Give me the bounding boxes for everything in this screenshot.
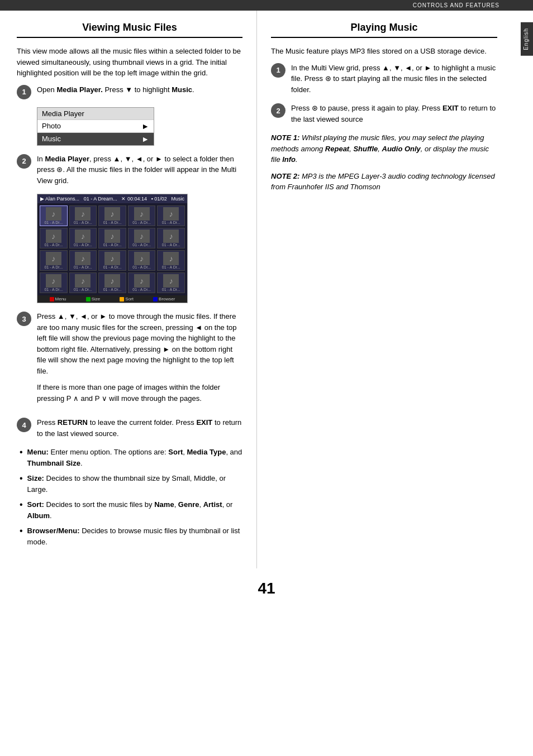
right-section-title: Playing Music [271, 22, 497, 38]
step3-para2: If there is more than one page of images… [37, 382, 242, 404]
photo-arrow: ► [141, 122, 149, 131]
bullet-sort: • Sort: Decides to sort the music files … [17, 499, 242, 521]
main-content: Viewing Music Files This view mode allow… [0, 11, 533, 568]
footer-sort: Sort [120, 296, 134, 302]
media-player-menu-box: Media Player Photo ► Music ► [37, 107, 154, 146]
music-cell-5: ♪01 - A Dr... [40, 228, 68, 248]
music-icon-18: ♪ [134, 274, 150, 288]
music-cell-14: ♪01 - A Dr... [157, 250, 185, 271]
right-step-2: 2 Press ⊛ to pause, press it again to pl… [271, 103, 497, 125]
bullet-text-3: Sort: Decides to sort the music files by… [27, 499, 242, 521]
note-2: NOTE 2: MP3 is the MPEG Layer-3 audio co… [271, 171, 497, 193]
browser-color-icon [153, 297, 158, 302]
music-icon-12: ♪ [104, 252, 120, 265]
grid-count: ▪ 01/02 [151, 196, 167, 202]
note1-label: NOTE 1: [271, 133, 299, 142]
bullet-dot-4: • [20, 527, 23, 535]
music-cell-12: ♪01 - A Dr... [98, 250, 126, 271]
sort-color-icon [120, 297, 124, 302]
bullet-text-1: Menu: Enter menu option. The options are… [27, 447, 242, 468]
footer-menu: Menu [50, 296, 66, 302]
step-3-content: Press ▲, ▼, ◄, or ► to move through the … [37, 311, 242, 409]
music-icon-7: ♪ [104, 229, 120, 243]
step-number-4: 4 [17, 418, 31, 432]
music-cell-3: ♪01 - A Dr... [128, 205, 156, 226]
step4-exit: EXIT [196, 418, 212, 427]
music-icon-1: ♪ [75, 207, 91, 221]
bullet-text-2: Size: Decides to show the thumbnail size… [27, 473, 242, 495]
right-column: Playing Music The Music feature plays MP… [257, 11, 520, 568]
music-cell-15: ♪01 - A Dr... [40, 272, 68, 293]
music-cell-2: ♪01 - A Dr... [98, 205, 126, 226]
footer-size: Size [86, 296, 101, 302]
music-icon-15: ♪ [46, 274, 61, 288]
menu-row-music: Music ► [37, 132, 154, 145]
bullet-browser: • Browser/Menu: Decides to browse music … [17, 525, 242, 547]
footer-browser: Browser [153, 296, 175, 302]
bullet-dot-2: • [20, 474, 23, 483]
music-icon-19: ♪ [163, 274, 179, 288]
right-step-1: 1 In the Multi View grid, press ▲, ▼, ◄,… [271, 63, 497, 95]
right-step-number-1: 1 [271, 63, 285, 78]
music-icon-14: ♪ [163, 252, 179, 265]
left-section-title: Viewing Music Files [17, 22, 242, 38]
music-cell-0: ♪01 - A Dr... [40, 205, 68, 226]
step-number-2: 2 [17, 154, 31, 169]
step-1-content: Open Media Player. Press ▼ to highlight … [37, 84, 242, 95]
grid-track: 01 - A Dream... [84, 196, 117, 202]
music-icon-17: ♪ [104, 274, 120, 288]
music-icon-3: ♪ [134, 207, 150, 221]
bullet-size: • Size: Decides to show the thumbnail si… [17, 473, 242, 495]
music-grid-header: ▶ Alan Parsons... 01 - A Dream... ✕ 00:0… [37, 194, 187, 203]
bullet-dot-3: • [20, 500, 23, 509]
right-step-1-content: In the Multi View grid, press ▲, ▼, ◄, o… [291, 63, 497, 95]
right-step-2-content: Press ⊛ to pause, press it again to play… [291, 103, 497, 125]
music-grid-body: ♪01 - A Dr... ♪01 - A Dr... ♪01 - A Dr..… [37, 203, 187, 295]
music-arrow: ► [141, 135, 149, 143]
right-intro: The Music feature plays MP3 files stored… [271, 46, 497, 57]
bullet-dot-1: • [20, 448, 23, 457]
grid-label: Music [171, 196, 184, 202]
menu-color-icon [50, 297, 54, 302]
music-icon-10: ♪ [46, 252, 61, 265]
bullet-menu: • Menu: Enter menu option. The options a… [17, 447, 242, 468]
step-2: 2 In Media Player, press ▲, ▼, ◄, or ► t… [17, 154, 242, 186]
step1-bold1: Media Player. [56, 85, 102, 94]
note2-label: NOTE 2: [271, 172, 299, 180]
size-color-icon [86, 297, 91, 302]
language-tab: English [521, 22, 533, 56]
step4-return: RETURN [58, 418, 88, 427]
menu-item-music: Music [42, 135, 61, 143]
left-intro: This view mode allows all the music file… [17, 46, 242, 79]
music-cell-6: ♪01 - A Dr... [69, 228, 97, 248]
grid-path: ▶ Alan Parsons... [40, 196, 79, 202]
step-number-3: 3 [17, 312, 31, 326]
right-step-number-2: 2 [271, 103, 285, 118]
step-4-content: Press RETURN to leave the current folder… [37, 417, 242, 439]
music-icon-11: ♪ [75, 252, 91, 265]
music-cell-18: ♪01 - A Dr... [128, 272, 156, 293]
page-number: 41 [0, 580, 533, 609]
music-icon-9: ♪ [163, 229, 179, 243]
menu-box-header: Media Player [37, 108, 154, 119]
step-1: 1 Open Media Player. Press ▼ to highligh… [17, 84, 242, 99]
step3-para1: Press ▲, ▼, ◄, or ► to move through the … [37, 311, 242, 376]
music-cell-7: ♪01 - A Dr... [98, 228, 126, 248]
music-cell-11: ♪01 - A Dr... [69, 250, 97, 271]
left-column: Viewing Music Files This view mode allow… [0, 11, 257, 568]
step1-bold2: Music [172, 85, 192, 94]
music-cell-8: ♪01 - A Dr... [128, 228, 156, 248]
top-bar-label: CONTROLS AND FEATURES [413, 2, 499, 8]
menu-item-photo: Photo [42, 122, 61, 130]
step-2-content: In Media Player, press ▲, ▼, ◄, or ► to … [37, 154, 242, 186]
music-cell-4: ♪01 - A Dr... [157, 205, 185, 226]
music-grid-footer: Menu Size Sort Browser [37, 295, 187, 303]
step-4: 4 Press RETURN to leave the current fold… [17, 417, 242, 439]
music-icon-16: ♪ [75, 274, 91, 288]
music-cell-13: ♪01 - A Dr... [128, 250, 156, 271]
music-icon-4: ♪ [163, 207, 179, 221]
step-number-1: 1 [17, 85, 31, 99]
music-icon-5: ♪ [46, 229, 61, 243]
step-3: 3 Press ▲, ▼, ◄, or ► to move through th… [17, 311, 242, 409]
music-grid-screenshot: ▶ Alan Parsons... 01 - A Dream... ✕ 00:0… [37, 194, 188, 303]
